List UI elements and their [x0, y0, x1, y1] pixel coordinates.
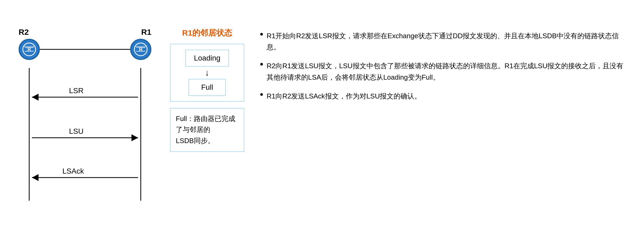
svg-text:LSAck: LSAck [62, 167, 84, 175]
main-container: R2 R1 R R [0, 17, 644, 211]
full-description: Full：路由器已完成了与邻居的LSDB同步。 [170, 108, 244, 152]
bullet-list: R1开始向R2发送LSR报文，请求那些在Exchange状态下通过DD报文发现的… [260, 30, 628, 102]
list-item: R1开始向R2发送LSR报文，请求那些在Exchange状态下通过DD报文发现的… [260, 30, 628, 53]
state-loading-box: Loading [185, 50, 229, 67]
bullet-icon [260, 33, 263, 36]
router-connect-line [40, 49, 130, 50]
bullet-icon [260, 93, 263, 96]
svg-marker-14 [32, 94, 39, 101]
list-item: R1向R2发送LSAck报文，作为对LSU报文的确认。 [260, 91, 628, 102]
state-full-box: Full [189, 79, 226, 96]
bullet-icon [260, 63, 263, 66]
state-box-container: Loading ↓ Full [170, 44, 244, 102]
text-area: R1开始向R2发送LSR报文，请求那些在Exchange状态下通过DD报文发现的… [260, 28, 628, 102]
state-transition-arrow: ↓ [205, 68, 209, 78]
list-item: R2向R1发送LSU报文，LSU报文中包含了那些被请求的链路状态的详细信息。R1… [260, 60, 628, 83]
r2-router-icon: R [19, 39, 40, 60]
r1-router-icon: R [130, 39, 151, 60]
r2-label: R2 [19, 28, 29, 37]
sequence-area: LSR LSU LSAck [16, 68, 154, 201]
sequence-svg: LSR LSU LSAck [16, 68, 154, 201]
svg-text:LSU: LSU [69, 127, 83, 135]
r1-router-svg: R [134, 42, 148, 57]
state-title: R1的邻居状态 [170, 28, 244, 38]
r1-label: R1 [141, 28, 151, 37]
state-area: R1的邻居状态 Loading ↓ Full Full：路由器已完成了与邻居的L… [170, 28, 244, 152]
svg-text:LSR: LSR [69, 87, 83, 95]
diagram-area: R2 R1 R R [16, 28, 154, 201]
svg-marker-17 [131, 134, 138, 141]
svg-marker-20 [32, 174, 39, 181]
routers-row: R R [16, 39, 154, 60]
router-labels: R2 R1 [16, 28, 154, 37]
r2-router-svg: R [22, 42, 36, 57]
